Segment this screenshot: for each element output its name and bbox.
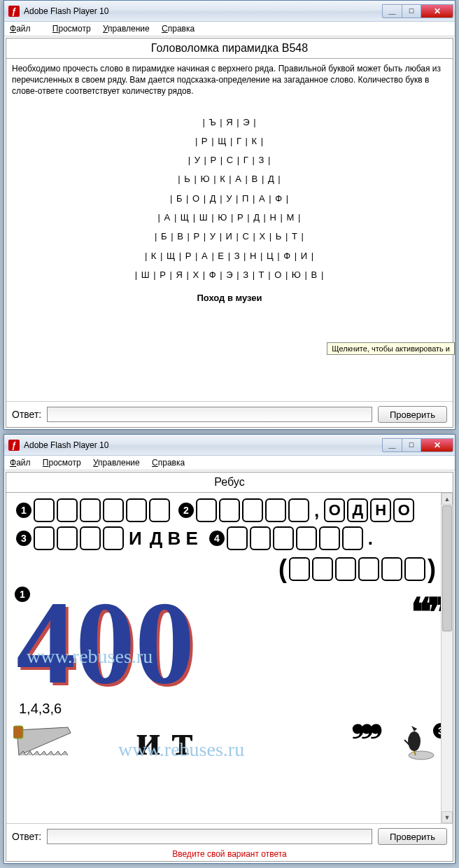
instructions: Необходимо прочесть слово в пирамидке на… bbox=[6, 59, 453, 102]
menu-help[interactable]: Справка bbox=[152, 458, 185, 468]
bird-icon bbox=[386, 724, 435, 762]
menu-view[interactable]: Просмотр bbox=[52, 24, 91, 34]
pyramid-row: | А | Щ | Ш | Ю | Р | Д | Н | М | bbox=[6, 208, 453, 227]
cell[interactable] bbox=[219, 498, 240, 522]
window-rebus: ƒ Adobe Flash Player 10 __ ☐ ✕ Файл Прос… bbox=[3, 434, 456, 864]
activate-tooltip: Щелкните, чтобы активировать и bbox=[327, 342, 455, 355]
scroll-thumb[interactable] bbox=[442, 505, 452, 631]
pyramid-row: | Ъ | Я | Э | bbox=[6, 113, 453, 132]
content-area: Ребус 1 2 , bbox=[6, 472, 453, 862]
answer-label: Ответ: bbox=[12, 831, 41, 842]
comma: , bbox=[314, 500, 319, 522]
cell[interactable] bbox=[57, 498, 78, 522]
menubar: Файл Просмотр Управление Справка bbox=[4, 22, 455, 36]
word-i: И bbox=[129, 528, 142, 550]
cell[interactable] bbox=[227, 526, 248, 550]
window-controls: __ ☐ ✕ bbox=[382, 438, 453, 452]
cell[interactable] bbox=[34, 498, 55, 522]
menu-help[interactable]: Справка bbox=[162, 24, 195, 34]
cell[interactable] bbox=[242, 498, 263, 522]
cell[interactable] bbox=[358, 557, 379, 581]
cell[interactable] bbox=[34, 526, 55, 550]
pyramid-row: | Б | О | Д | У | П | А | Ф | bbox=[6, 189, 453, 208]
window-title: Adobe Flash Player 10 bbox=[24, 6, 382, 16]
period: . bbox=[368, 528, 373, 550]
flash-icon: ƒ bbox=[8, 6, 20, 17]
cell[interactable] bbox=[196, 498, 217, 522]
badge-1: 1 bbox=[16, 503, 31, 518]
cell[interactable] bbox=[103, 526, 124, 550]
menu-file[interactable]: Файл bbox=[10, 458, 31, 468]
answer-bar: Ответ: Проверить bbox=[6, 401, 453, 427]
saw-icon bbox=[13, 723, 76, 762]
cell-filled: О bbox=[324, 498, 345, 522]
cell[interactable] bbox=[273, 526, 294, 550]
cell[interactable] bbox=[404, 557, 425, 581]
cell[interactable] bbox=[335, 557, 356, 581]
window-title: Adobe Flash Player 10 bbox=[24, 440, 382, 450]
pyramid-row: | Б | В | Р | У | И | С | Х | Ь | Т | bbox=[6, 227, 453, 246]
badge-2: 2 bbox=[178, 503, 194, 518]
svg-rect-1 bbox=[13, 726, 23, 738]
cell[interactable] bbox=[126, 498, 147, 522]
answer-input[interactable] bbox=[47, 407, 372, 422]
close-button[interactable]: ✕ bbox=[421, 438, 453, 452]
rebus-body: 1 2 , О Д Н bbox=[6, 493, 453, 823]
check-button[interactable]: Проверить bbox=[378, 828, 447, 845]
cell[interactable] bbox=[312, 557, 333, 581]
hint-text: Поход в музеи bbox=[6, 288, 453, 310]
word-dve: Д В Е bbox=[150, 528, 198, 550]
pyramid-row: | Ш | Р | Я | Х | Ф | Э | З | Т | О | Ю … bbox=[6, 265, 453, 284]
cell[interactable] bbox=[57, 526, 78, 550]
svg-point-2 bbox=[409, 751, 434, 760]
paren-close: ) bbox=[428, 554, 436, 584]
cell[interactable] bbox=[296, 526, 317, 550]
answer-bar: Ответ: Проверить bbox=[6, 823, 453, 849]
pyramid-row: | Ь | Ю | К | А | В | Д | bbox=[6, 169, 453, 188]
cell[interactable] bbox=[342, 526, 363, 550]
menu-control[interactable]: Управление bbox=[103, 24, 150, 34]
menu-file[interactable]: Файл bbox=[10, 24, 41, 34]
page-title: Ребус bbox=[6, 472, 453, 493]
menu-control[interactable]: Управление bbox=[93, 458, 140, 468]
pyramid-row: | У | Р | С | Г | З | bbox=[6, 150, 453, 169]
cell-filled: Д bbox=[347, 498, 368, 522]
paren-open: ( bbox=[278, 554, 287, 584]
cell[interactable] bbox=[250, 526, 271, 550]
cell[interactable] bbox=[80, 526, 101, 550]
window-pyramid: ƒ Adobe Flash Player 10 __ ☐ ✕ Файл Прос… bbox=[3, 0, 456, 430]
answer-input[interactable] bbox=[47, 829, 372, 844]
minimize-button[interactable]: __ bbox=[382, 4, 402, 18]
window-controls: __ ☐ ✕ bbox=[382, 4, 453, 18]
cell[interactable] bbox=[80, 498, 101, 522]
cell[interactable] bbox=[265, 498, 286, 522]
close-button[interactable]: ✕ bbox=[421, 4, 453, 18]
scroll-up-icon[interactable]: ▲ bbox=[442, 493, 453, 505]
maximize-button[interactable]: ☐ bbox=[402, 438, 421, 452]
minimize-button[interactable]: __ bbox=[382, 438, 402, 452]
flash-icon: ƒ bbox=[8, 440, 20, 451]
maximize-button[interactable]: ☐ bbox=[402, 4, 421, 18]
cell[interactable] bbox=[149, 498, 170, 522]
pic-badge-1: 1 bbox=[15, 587, 30, 602]
scroll-down-icon[interactable]: ▼ bbox=[442, 811, 453, 823]
answer-grid: 1 2 , О Д Н bbox=[6, 493, 453, 584]
pyramid: | Ъ | Я | Э | | Р | Щ | Г | К | | У | Р … bbox=[6, 102, 453, 289]
number-400: 400 bbox=[16, 589, 195, 696]
cell[interactable] bbox=[289, 557, 310, 581]
sequence-text: 1,4,3,6 bbox=[19, 701, 62, 717]
titlebar[interactable]: ƒ Adobe Flash Player 10 __ ☐ ✕ bbox=[4, 435, 455, 456]
menu-view[interactable]: Просмотр bbox=[43, 458, 81, 468]
cell-filled: О bbox=[393, 498, 414, 522]
titlebar[interactable]: ƒ Adobe Flash Player 10 __ ☐ ✕ bbox=[4, 1, 455, 22]
cell[interactable] bbox=[319, 526, 340, 550]
rebus-picture-1: 1 400 ❛❛❜❜ www.rebuses.ru bbox=[16, 589, 453, 696]
badge-4: 4 bbox=[209, 531, 225, 546]
cell[interactable] bbox=[381, 557, 402, 581]
quotes-icon: ❟❟❟ bbox=[352, 705, 379, 741]
scrollbar[interactable]: ▲ ▼ bbox=[441, 493, 453, 823]
letters-it: и т bbox=[136, 715, 193, 765]
check-button[interactable]: Проверить bbox=[378, 406, 447, 423]
cell[interactable] bbox=[288, 498, 309, 522]
cell[interactable] bbox=[103, 498, 124, 522]
